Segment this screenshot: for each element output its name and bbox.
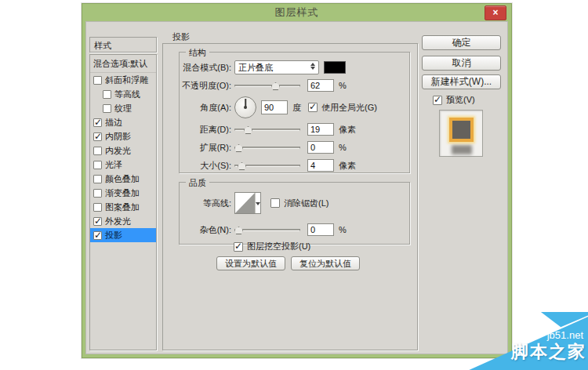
- dialog-title: 图层样式: [275, 5, 319, 20]
- size-row: 大小(S): 像素: [180, 159, 356, 172]
- distance-slider[interactable]: [234, 125, 300, 135]
- opacity-row: 不透明度(O): %: [180, 79, 347, 92]
- sidebar-item-bevel-emboss[interactable]: 斜面和浮雕: [90, 73, 156, 87]
- distance-label: 距离(D):: [180, 124, 231, 136]
- size-slider[interactable]: [234, 161, 300, 171]
- knockout-checkbox[interactable]: [234, 242, 243, 252]
- size-label: 大小(S):: [180, 160, 231, 172]
- outer-glow-checkbox[interactable]: [93, 217, 102, 226]
- distance-unit: 像素: [339, 124, 356, 136]
- contour-picker[interactable]: [234, 192, 261, 214]
- satin-checkbox[interactable]: [93, 161, 102, 169]
- set-default-button[interactable]: 设置为默认值: [216, 256, 285, 270]
- spread-slider[interactable]: [234, 143, 300, 153]
- noise-unit: %: [339, 225, 347, 234]
- inner-shadow-checkbox[interactable]: [93, 132, 102, 141]
- watermark-site: jb51.net: [547, 329, 583, 341]
- angle-label: 角度(A):: [180, 102, 231, 114]
- size-field[interactable]: [307, 159, 334, 172]
- distance-field[interactable]: [307, 123, 334, 136]
- drop-shadow-panel: 结构 混合模式(B): 正片叠底 不透明度(O):: [162, 43, 418, 350]
- styles-list: 混合选项:默认 斜面和浮雕 等高线 纹理 描边 内阴影 内发光 光泽 颜色叠加 …: [89, 54, 157, 350]
- preview-checkbox[interactable]: [433, 96, 442, 105]
- angle-field[interactable]: [261, 100, 288, 114]
- sidebar-item-inner-glow[interactable]: 内发光: [90, 143, 156, 158]
- drop-shadow-checkbox[interactable]: [93, 231, 102, 240]
- style-preview-thumbnail: [439, 110, 483, 157]
- global-light-checkbox[interactable]: [308, 103, 318, 112]
- noise-field[interactable]: [307, 223, 334, 236]
- ok-button[interactable]: 确定: [422, 35, 501, 50]
- page: 图层样式 × 样式 混合选项:默认 斜面和浮雕 等高线 纹理 描边 内阴影 内发…: [0, 0, 588, 370]
- knockout-toggle[interactable]: 图层挖空投影(U): [234, 241, 310, 252]
- size-unit: 像素: [339, 160, 356, 172]
- inner-glow-checkbox[interactable]: [93, 147, 102, 155]
- new-style-button[interactable]: 新建样式(W)...: [422, 74, 501, 89]
- sidebar-item-drop-shadow[interactable]: 投影: [90, 228, 156, 242]
- close-icon[interactable]: ×: [485, 5, 506, 20]
- noise-label: 杂色(N):: [180, 224, 231, 236]
- contour-thumbnail-icon: [235, 193, 255, 213]
- dialog-body: 样式 混合选项:默认 斜面和浮雕 等高线 纹理 描边 内阴影 内发光 光泽 颜色…: [85, 21, 508, 354]
- spread-unit: %: [339, 143, 347, 152]
- stroke-checkbox[interactable]: [93, 118, 102, 127]
- noise-row: 杂色(N): %: [180, 223, 347, 236]
- shadow-color-swatch[interactable]: [324, 61, 346, 74]
- dropdown-arrows-icon: [310, 63, 315, 70]
- angle-row: 角度(A): 度 使用全局光(G): [180, 96, 377, 118]
- spread-row: 扩展(R): %: [180, 141, 347, 154]
- panel-title: 投影: [172, 31, 190, 43]
- blend-mode-row: 混合模式(B): 正片叠底: [180, 60, 346, 74]
- titlebar[interactable]: 图层样式 ×: [82, 4, 511, 21]
- styles-header: 样式: [89, 37, 157, 53]
- anti-alias-label: 消除锯齿(L): [284, 198, 328, 209]
- anti-alias-toggle[interactable]: 消除锯齿(L): [270, 198, 328, 209]
- contour-row: 等高线: 消除锯齿(L): [180, 192, 328, 214]
- gradient-overlay-checkbox[interactable]: [93, 189, 102, 198]
- angle-dial[interactable]: [234, 96, 256, 118]
- preview-shadow: [452, 145, 472, 154]
- color-overlay-checkbox[interactable]: [93, 175, 102, 183]
- angle-unit: 度: [292, 102, 301, 114]
- global-light-toggle[interactable]: 使用全局光(G): [308, 102, 377, 114]
- blend-mode-select[interactable]: 正片叠底: [234, 60, 319, 74]
- sidebar-item-color-overlay[interactable]: 颜色叠加: [90, 172, 156, 186]
- layer-style-dialog: 图层样式 × 样式 混合选项:默认 斜面和浮雕 等高线 纹理 描边 内阴影 内发…: [82, 3, 512, 358]
- sidebar-item-pattern-overlay[interactable]: 图案叠加: [90, 200, 156, 214]
- structure-group: 结构 混合模式(B): 正片叠底 不透明度(O):: [179, 52, 410, 173]
- texture-checkbox[interactable]: [103, 104, 111, 113]
- opacity-label: 不透明度(O):: [180, 80, 231, 92]
- global-light-label: 使用全局光(G): [321, 102, 377, 114]
- sidebar-item-outer-glow[interactable]: 外发光: [90, 214, 156, 228]
- quality-legend: 品质: [186, 177, 209, 189]
- sidebar-item-stroke[interactable]: 描边: [90, 115, 156, 129]
- watermark: jb51.net 脚本之家: [464, 312, 588, 370]
- sidebar-item-gradient-overlay[interactable]: 渐变叠加: [90, 186, 156, 200]
- blend-mode-label: 混合模式(B):: [180, 62, 231, 74]
- contour-picker-label: 等高线:: [180, 198, 231, 209]
- knockout-label: 图层挖空投影(U): [247, 241, 310, 252]
- sidebar-item-satin[interactable]: 光泽: [90, 158, 156, 172]
- opacity-slider[interactable]: [234, 82, 300, 91]
- preview-square: [449, 118, 474, 142]
- quality-group: 品质 等高线: 消除锯齿(L) 杂色(N):: [179, 182, 410, 245]
- spread-field[interactable]: [307, 141, 334, 154]
- watermark-name: 脚本之家: [511, 340, 586, 364]
- pattern-overlay-checkbox[interactable]: [93, 203, 102, 212]
- sidebar-item-contour[interactable]: 等高线: [90, 87, 156, 101]
- cancel-button[interactable]: 取消: [422, 56, 501, 71]
- noise-slider[interactable]: [234, 226, 300, 235]
- bevel-emboss-checkbox[interactable]: [93, 76, 102, 85]
- contour-checkbox[interactable]: [103, 90, 111, 99]
- spread-label: 扩展(R):: [180, 142, 231, 154]
- contour-dropdown-icon[interactable]: [255, 193, 260, 213]
- sidebar-item-texture[interactable]: 纹理: [90, 101, 156, 115]
- preview-label: 预览(V): [446, 94, 475, 106]
- opacity-field[interactable]: [307, 79, 334, 92]
- anti-alias-checkbox[interactable]: [270, 198, 280, 208]
- distance-row: 距离(D): 像素: [180, 123, 356, 136]
- preview-toggle[interactable]: 预览(V): [433, 94, 475, 106]
- sidebar-item-blending-options[interactable]: 混合选项:默认: [90, 55, 156, 73]
- sidebar-item-inner-shadow[interactable]: 内阴影: [90, 129, 156, 143]
- reset-default-button[interactable]: 复位为默认值: [291, 256, 360, 270]
